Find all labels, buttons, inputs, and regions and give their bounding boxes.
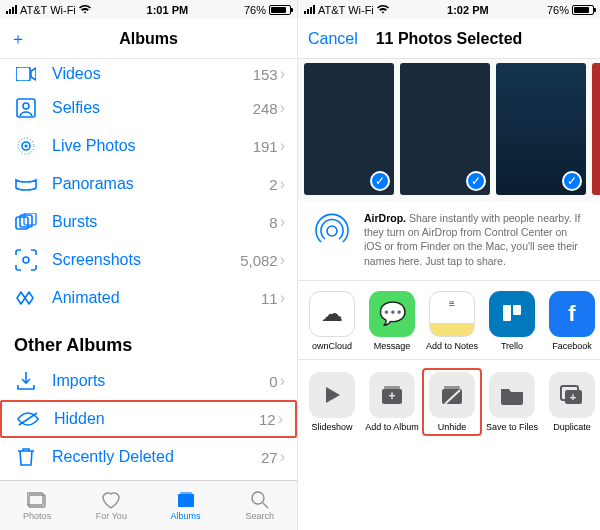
tab-label: For You	[96, 511, 127, 521]
svg-rect-18	[503, 305, 511, 321]
tab-photos[interactable]: Photos	[0, 481, 74, 530]
album-row-videos[interactable]: Videos 153 ›	[0, 59, 297, 89]
add-button[interactable]: ＋	[10, 29, 26, 49]
svg-text:+: +	[570, 391, 576, 403]
signal-icon	[6, 5, 17, 14]
chevron-right-icon: ›	[280, 372, 285, 390]
album-count: 27	[261, 449, 278, 466]
action-add-to-album[interactable]: + Add to Album	[362, 372, 422, 432]
photo-thumbnail[interactable]: ✓	[304, 63, 394, 195]
album-row-live-photos[interactable]: Live Photos 191 ›	[0, 127, 297, 165]
album-row-panoramas[interactable]: Panoramas 2 ›	[0, 165, 297, 203]
trash-icon	[14, 445, 38, 469]
album-label: Screenshots	[52, 251, 240, 269]
albums-tab-icon	[175, 490, 197, 510]
chevron-right-icon: ›	[280, 448, 285, 466]
photo-thumbnail[interactable]	[592, 63, 600, 195]
action-label: Add to Album	[365, 422, 419, 432]
hidden-icon	[16, 407, 40, 431]
svg-rect-13	[178, 494, 194, 507]
signal-icon	[304, 5, 315, 14]
svg-line-16	[263, 503, 268, 508]
nav-title: 11 Photos Selected	[376, 30, 523, 48]
clock-label: 1:02 PM	[447, 4, 489, 16]
svg-rect-24	[444, 386, 460, 389]
battery-icon	[269, 5, 291, 15]
album-label: Selfies	[52, 99, 253, 117]
app-label: ownCloud	[312, 341, 352, 351]
share-app-notes[interactable]: ≡ Add to Notes	[422, 291, 482, 351]
animated-icon	[14, 286, 38, 310]
chevron-right-icon: ›	[278, 410, 283, 428]
tab-search[interactable]: Search	[223, 481, 297, 530]
share-apps-row[interactable]: ☁ ownCloud 💬 Message ≡ Add to Notes Trel…	[298, 281, 600, 360]
action-duplicate[interactable]: + Duplicate	[542, 372, 600, 432]
checkmark-icon: ✓	[370, 171, 390, 191]
album-row-recently-deleted[interactable]: Recently Deleted 27 ›	[0, 438, 297, 476]
photos-tab-icon	[26, 490, 48, 510]
selfies-icon	[14, 96, 38, 120]
action-label: Slideshow	[311, 422, 352, 432]
slideshow-icon	[309, 372, 355, 418]
owncloud-icon: ☁	[309, 291, 355, 337]
app-label: Facebook	[552, 341, 592, 351]
svg-rect-19	[513, 305, 521, 315]
photo-thumbnail[interactable]: ✓	[496, 63, 586, 195]
album-label: Live Photos	[52, 137, 253, 155]
album-row-imports[interactable]: Imports 0 ›	[0, 362, 297, 400]
action-unhide[interactable]: Unhide	[422, 368, 482, 436]
videos-icon	[14, 62, 38, 86]
share-actions-row[interactable]: Slideshow + Add to Album Unhide Save to …	[298, 360, 600, 438]
album-label: Videos	[52, 65, 253, 83]
app-label: Trello	[501, 341, 523, 351]
battery-label: 76%	[244, 4, 266, 16]
share-app-message[interactable]: 💬 Message	[362, 291, 422, 351]
share-app-owncloud[interactable]: ☁ ownCloud	[302, 291, 362, 351]
album-row-bursts[interactable]: Bursts 8 ›	[0, 203, 297, 241]
action-label: Unhide	[438, 422, 467, 432]
svg-rect-0	[16, 67, 30, 81]
album-label: Bursts	[52, 213, 269, 231]
clock-label: 1:01 PM	[147, 4, 189, 16]
chevron-right-icon: ›	[280, 137, 285, 155]
app-label: Add to Notes	[426, 341, 478, 351]
album-row-selfies[interactable]: Selfies 248 ›	[0, 89, 297, 127]
album-count: 11	[261, 290, 278, 307]
checkmark-icon: ✓	[562, 171, 582, 191]
action-label: Duplicate	[553, 422, 591, 432]
albums-list[interactable]: Videos 153 › Selfies 248 › Live Photos 1…	[0, 59, 297, 480]
status-bar: AT&T Wi-Fi 1:02 PM 76%	[298, 0, 600, 19]
photo-selection-strip[interactable]: ✓ ✓ ✓	[298, 59, 600, 201]
panoramas-icon	[14, 172, 38, 196]
for-you-tab-icon	[100, 490, 122, 510]
airdrop-icon	[312, 211, 352, 251]
chevron-right-icon: ›	[280, 175, 285, 193]
share-app-trello[interactable]: Trello	[482, 291, 542, 351]
svg-point-2	[23, 103, 29, 109]
carrier-label: AT&T Wi-Fi	[318, 4, 374, 16]
album-label: Animated	[52, 289, 261, 307]
album-row-screenshots[interactable]: Screenshots 5,082 ›	[0, 241, 297, 279]
wifi-icon	[79, 5, 91, 14]
album-count: 8	[269, 214, 277, 231]
trello-icon	[489, 291, 535, 337]
photo-thumbnail[interactable]: ✓	[400, 63, 490, 195]
tab-for-you[interactable]: For You	[74, 481, 148, 530]
album-row-animated[interactable]: Animated 11 ›	[0, 279, 297, 317]
share-app-facebook[interactable]: f Facebook	[542, 291, 600, 351]
action-slideshow[interactable]: Slideshow	[302, 372, 362, 432]
tab-albums[interactable]: Albums	[149, 481, 223, 530]
notes-icon: ≡	[429, 291, 475, 337]
chevron-right-icon: ›	[280, 251, 285, 269]
cancel-button[interactable]: Cancel	[308, 30, 358, 48]
airdrop-section[interactable]: AirDrop. Share instantly with people nea…	[298, 201, 600, 281]
album-count: 153	[253, 66, 278, 83]
tab-label: Albums	[171, 511, 201, 521]
action-label: Save to Files	[486, 422, 538, 432]
add-to-album-icon: +	[369, 372, 415, 418]
album-row-hidden[interactable]: Hidden 12 ›	[0, 400, 297, 438]
svg-rect-14	[180, 492, 192, 494]
app-label: Message	[374, 341, 411, 351]
screenshots-icon	[14, 248, 38, 272]
action-save-to-files[interactable]: Save to Files	[482, 372, 542, 432]
